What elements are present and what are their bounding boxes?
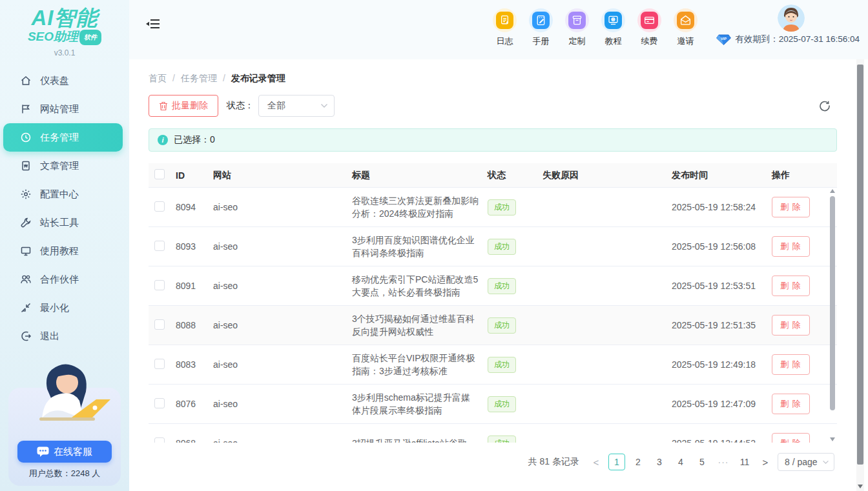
document-icon [20,160,32,172]
breadcrumb-item-1[interactable]: 任务管理 [181,73,217,85]
delete-button[interactable]: 删 除 [772,433,810,443]
quick-link-label: 定制 [565,35,589,47]
refresh-icon[interactable] [819,100,831,112]
cell-publish-time: 2025-05-19 12:58:24 [672,202,772,212]
breadcrumb-item-0[interactable]: 首页 [149,73,167,85]
breadcrumb: 首页/任务管理/发布记录管理 [149,73,285,85]
sidebar-item-label: 任务管理 [40,132,79,144]
sidebar-item-minimize[interactable]: 最小化 [0,294,129,322]
sidebar-item-articles[interactable]: 文章管理 [0,152,129,180]
cell-id: 8068 [176,438,213,443]
sidebar-item-dashboard[interactable]: 仪表盘 [0,66,129,95]
row-checkbox[interactable] [154,201,165,212]
delete-button[interactable]: 删 除 [772,315,810,336]
cell-site: ai-seo [213,438,352,443]
quick-link-label: 日志 [493,35,517,47]
status-filter-select[interactable]: 全部 [258,95,335,117]
page-size-select[interactable]: 8 / page [778,453,834,471]
delete-button[interactable]: 删 除 [772,394,810,414]
status-badge: 成功 [488,199,516,215]
cell-title: 3步利用百度知识图谱优化企业百科词条终极指南 [352,234,488,259]
quick-link-manual[interactable]: 手册 [529,8,553,47]
page-button-5[interactable]: 5 [694,454,710,470]
sidebar-item-label: 配置中心 [40,188,79,201]
batch-delete-label: 批量删除 [172,100,208,112]
sidebar-item-logout[interactable]: 退出 [0,322,129,350]
cell-publish-time: 2025-05-19 12:49:18 [672,359,772,370]
cell-publish-time: 2025-05-19 12:56:08 [672,241,772,252]
table-rows-container: 8094 ai-seo 谷歌连续三次算法更新叠加影响分析：2024终极应对指南 … [149,188,837,443]
top-bar: 日志 手册 定制 教程 续费 邀请 VIP 有效期到：2025-07-31 16… [129,0,868,59]
selection-count-text: 已选择：0 [174,134,215,146]
info-icon: i [158,135,168,145]
row-checkbox[interactable] [154,241,165,251]
course-icon [604,12,622,29]
quick-link-invite[interactable]: 邀请 [674,8,698,47]
renew-icon [641,12,658,29]
support-agent-illustration [16,358,113,442]
cell-site: ai-seo [213,320,352,330]
custom-icon [568,12,586,29]
table-row: 8094 ai-seo 谷歌连续三次算法更新叠加影响分析：2024终极应对指南 … [149,188,837,227]
sidebar-item-label: 仪表盘 [40,75,69,87]
select-all-checkbox[interactable] [154,169,165,179]
avatar[interactable] [778,5,805,32]
quick-link-renew[interactable]: 续费 [637,8,661,47]
scroll-down-arrow-icon[interactable] [830,437,835,441]
page-button-4[interactable]: 4 [672,454,689,470]
cell-title: 谷歌连续三次算法更新叠加影响分析：2024终极应对指南 [352,194,488,220]
page-scrollbar-thumb[interactable] [857,65,863,465]
sidebar-item-tasks[interactable]: 任务管理 [3,123,123,152]
log-icon [496,12,513,29]
prev-page-button[interactable]: < [588,453,604,471]
quick-link-course[interactable]: 教程 [601,8,625,47]
row-checkbox[interactable] [154,280,165,290]
quick-link-custom[interactable]: 定制 [565,8,589,47]
row-checkbox[interactable] [154,319,165,330]
delete-button[interactable]: 删 除 [772,236,810,257]
delete-button[interactable]: 删 除 [772,276,810,296]
breadcrumb-item-2: 发布记录管理 [231,73,285,85]
cell-id: 8076 [176,399,213,409]
delete-button[interactable]: 删 除 [772,354,810,375]
sidebar-item-config[interactable]: 配置中心 [0,180,129,208]
sidebar-item-usage-tutorial[interactable]: 使用教程 [0,237,129,265]
sidebar-item-partners[interactable]: 合作伙伴 [0,265,129,294]
table-scrollbar-thumb[interactable] [830,196,835,410]
main-content: 首页/任务管理/发布记录管理 批量删除 状态： 全部 i 已选择：0 ID 网站… [129,59,868,491]
sidebar-item-label: 最小化 [40,302,69,314]
online-support-button[interactable]: 在线客服 [17,441,112,463]
monitor-icon [20,245,32,257]
wrench-icon [20,217,32,228]
sidebar-item-label: 站长工具 [40,217,79,229]
home-icon [20,75,32,86]
cell-id: 8091 [176,281,213,291]
status-badge: 成功 [488,239,516,255]
delete-button[interactable]: 删 除 [772,197,810,217]
page-button-11[interactable]: 11 [736,454,753,470]
customer-service-card: 在线客服 用户总数：2248 人 [8,388,121,486]
status-filter-value: 全部 [267,100,285,112]
sidebar-item-label: 退出 [40,330,59,343]
quick-link-log[interactable]: 日志 [493,8,517,47]
people-icon [20,274,32,285]
cell-publish-time: 2025-05-19 12:47:09 [672,399,772,409]
page-scroll-down-arrow-icon[interactable] [858,485,863,488]
column-header-site: 网站 [213,170,352,181]
row-checkbox[interactable] [154,437,165,443]
page-button-3[interactable]: 3 [651,454,668,470]
batch-delete-button[interactable]: 批量删除 [149,95,218,117]
sidebar-item-sites[interactable]: 网站管理 [0,95,129,123]
cell-id: 8094 [176,202,213,212]
page-button-1[interactable]: 1 [608,454,625,470]
page-button-2[interactable]: 2 [630,454,646,470]
status-filter-label: 状态： [227,100,254,112]
scroll-up-arrow-icon[interactable] [830,189,835,193]
next-page-button[interactable]: > [758,453,773,471]
row-checkbox[interactable] [154,398,165,408]
sidebar-item-webmaster-tools[interactable]: 站长工具 [0,208,129,237]
records-table: ID 网站 标题 状态 失败原因 发布时间 操作 8094 ai-seo 谷歌连… [149,163,837,443]
row-checkbox[interactable] [154,359,165,369]
table-row: 8091 ai-seo 移动优先索引下PC站适配改造5大要点，站长必看终极指南 … [149,266,837,306]
sidebar-collapse-icon[interactable] [146,18,160,30]
